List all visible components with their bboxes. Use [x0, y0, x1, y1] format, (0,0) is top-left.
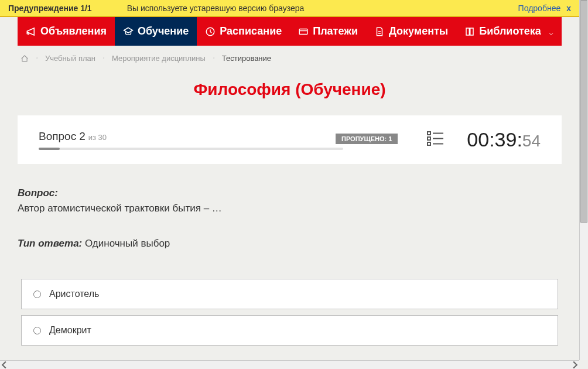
breadcrumb-item[interactable]: Учебный план — [45, 54, 95, 63]
option-label: Демокрит — [49, 325, 91, 336]
scroll-right-icon[interactable] — [571, 361, 579, 369]
nav-label: Объявления — [40, 25, 107, 37]
nav-item-library[interactable]: Библиотека — [456, 17, 563, 46]
chevron-right-icon — [211, 54, 216, 63]
option-label: Аристотель — [49, 289, 99, 299]
main-nav: Объявления Обучение Расписание Платежи Д… — [18, 17, 562, 46]
vertical-scrollbar[interactable] — [579, 0, 588, 360]
timer-main: 00:39: — [467, 128, 522, 151]
nav-label: Платежи — [313, 25, 358, 37]
question-label: Вопрос: — [18, 187, 562, 199]
document-icon — [374, 26, 385, 37]
warning-label: Предупреждение 1/1 — [8, 4, 92, 13]
page-title: Философия (Обучение) — [0, 80, 579, 99]
svg-rect-2 — [428, 132, 430, 135]
warning-more-link[interactable]: Подробнее — [518, 4, 561, 13]
svg-rect-4 — [428, 137, 430, 140]
clock-icon — [205, 26, 216, 37]
svg-rect-6 — [428, 142, 430, 145]
nav-label: Библиотека — [479, 25, 541, 37]
card-icon — [298, 26, 309, 37]
breadcrumb-item[interactable]: Мероприятие дисциплины — [112, 54, 206, 63]
breadcrumb-current: Тестирование — [222, 54, 271, 63]
nav-label: Расписание — [220, 25, 282, 37]
nav-label: Документы — [389, 25, 448, 37]
question-text: Автор атомистической трактовки бытия – … — [18, 203, 562, 214]
megaphone-icon — [26, 26, 36, 37]
answer-type: Тип ответа: Одиночный выбор — [18, 238, 562, 250]
chevron-right-icon — [35, 54, 39, 63]
nav-item-schedule[interactable]: Расписание — [197, 17, 290, 46]
warning-bar: Предупреждение 1/1 Вы используете устаре… — [0, 0, 579, 17]
graduation-cap-icon — [123, 26, 134, 37]
book-icon — [464, 26, 475, 37]
warning-close-button[interactable]: x — [566, 4, 571, 13]
scrollbar-thumb[interactable] — [580, 0, 587, 223]
question-body: Вопрос: Автор атомистической трактовки б… — [0, 164, 579, 346]
option-item[interactable]: Аристотель — [21, 279, 558, 309]
nav-item-announcements[interactable]: Объявления — [18, 17, 115, 46]
option-radio[interactable] — [33, 291, 41, 298]
progress-fill — [39, 148, 60, 150]
horizontal-scrollbar[interactable] — [0, 360, 579, 369]
option-radio[interactable] — [33, 327, 41, 334]
svg-rect-1 — [299, 29, 307, 34]
scroll-left-icon[interactable] — [0, 361, 8, 369]
question-list-icon[interactable] — [427, 131, 443, 149]
options-list: Аристотель Демокрит — [18, 279, 562, 346]
timer: 00:39:54 — [467, 128, 541, 151]
nav-item-education[interactable]: Обучение — [115, 17, 197, 46]
nav-item-payments[interactable]: Платежи — [290, 17, 366, 46]
timer-seconds: 54 — [522, 132, 541, 151]
chevron-right-icon — [101, 54, 106, 63]
question-header: Вопрос 2 из 30 ПРОПУЩЕНО: 1 00:39:54 — [18, 115, 562, 164]
question-number: Вопрос 2 из 30 — [39, 130, 107, 143]
progress-bar — [39, 148, 343, 150]
chevron-down-icon — [548, 28, 555, 35]
home-icon[interactable] — [20, 54, 29, 63]
nav-item-documents[interactable]: Документы — [366, 17, 456, 46]
nav-label: Обучение — [138, 25, 189, 37]
skipped-badge: ПРОПУЩЕНО: 1 — [336, 134, 398, 144]
warning-text: Вы используете устаревшую версию браузер… — [127, 4, 518, 13]
option-item[interactable]: Демокрит — [21, 315, 558, 346]
breadcrumb: Учебный план Мероприятие дисциплины Тест… — [0, 46, 579, 71]
